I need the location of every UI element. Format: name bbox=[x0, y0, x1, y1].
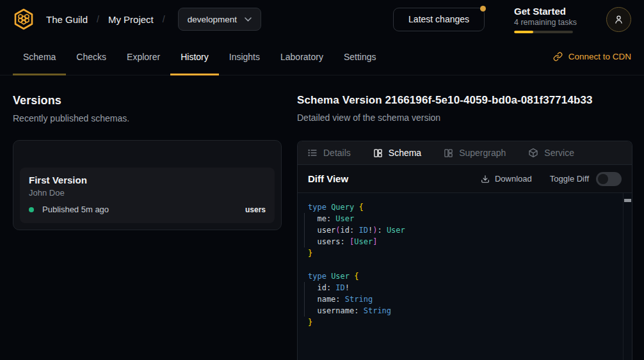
detail-tabbar: Details Schema Sup bbox=[298, 141, 632, 165]
main-content: Versions Recently published schemas. Fir… bbox=[0, 75, 644, 360]
get-started-progress-bar bbox=[514, 31, 573, 33]
toggle-diff-label: Toggle Diff bbox=[550, 174, 589, 184]
versions-panel: Versions Recently published schemas. Fir… bbox=[13, 75, 282, 360]
download-button[interactable]: Download bbox=[481, 174, 532, 184]
hive-logo-icon[interactable] bbox=[12, 7, 36, 31]
get-started-title: Get Started bbox=[514, 6, 577, 17]
link-icon bbox=[553, 52, 563, 61]
version-detail-subtitle: Detailed view of the schema version bbox=[297, 113, 632, 123]
code-line: user(id: ID!): User bbox=[308, 224, 615, 236]
version-detail-title: Schema Version 2166196f-5e10-4059-bd0a-0… bbox=[297, 94, 632, 107]
versions-subtitle: Recently published schemas. bbox=[13, 113, 282, 123]
cube-icon bbox=[528, 148, 538, 158]
nav-tab-checks[interactable]: Checks bbox=[66, 38, 117, 75]
code-line: } bbox=[308, 317, 615, 328]
breadcrumb: The Guild / My Project / development bbox=[12, 7, 261, 31]
version-service-badge: users bbox=[245, 205, 266, 214]
latest-changes-label: Latest changes bbox=[408, 14, 469, 24]
version-detail-panel: Details Schema Sup bbox=[297, 141, 632, 360]
get-started-subtitle: 4 remaining tasks bbox=[514, 18, 577, 27]
code-line: me: User bbox=[308, 213, 615, 224]
nav-tab-insights[interactable]: Insights bbox=[219, 38, 270, 75]
nav-tab-schema[interactable]: Schema bbox=[13, 38, 66, 75]
diff-view-title: Diff View bbox=[308, 173, 348, 184]
code-line: id: ID! bbox=[308, 282, 615, 293]
target-selector-value: development bbox=[188, 15, 237, 24]
code-line: type User { bbox=[308, 270, 615, 282]
get-started-widget[interactable]: Get Started 4 remaining tasks bbox=[514, 6, 577, 33]
versions-title: Versions bbox=[13, 94, 282, 107]
columns-icon bbox=[444, 148, 453, 158]
diff-toolbar: Diff View Download Toggle Diff bbox=[298, 165, 632, 193]
detail-tab-supergraph[interactable]: Supergraph bbox=[444, 148, 506, 158]
nav-tab-laboratory[interactable]: Laboratory bbox=[270, 38, 334, 75]
code-line: name: String bbox=[308, 293, 615, 305]
breadcrumb-separator: / bbox=[163, 14, 165, 24]
detail-tab-service[interactable]: Service bbox=[528, 148, 574, 158]
detail-tab-details[interactable]: Details bbox=[307, 148, 351, 158]
nav-tab-history[interactable]: History bbox=[170, 38, 219, 75]
code-line bbox=[308, 259, 615, 270]
breadcrumb-org[interactable]: The Guild bbox=[46, 14, 88, 25]
version-status: Published 5m ago bbox=[42, 205, 109, 214]
nav-tab-explorer[interactable]: Explorer bbox=[117, 38, 170, 75]
user-icon bbox=[613, 14, 624, 25]
scrollbar-track bbox=[623, 193, 624, 360]
version-list-item[interactable]: First Version John Doe Published 5m ago … bbox=[20, 168, 275, 223]
scrollbar-thumb[interactable] bbox=[624, 199, 631, 202]
columns-icon bbox=[373, 148, 383, 158]
notification-dot-icon bbox=[480, 6, 486, 12]
schema-code-content: type Query { me: User user(id: ID!): Use… bbox=[308, 201, 615, 328]
chevron-down-icon bbox=[245, 17, 252, 22]
target-selector[interactable]: development bbox=[178, 8, 261, 31]
list-icon bbox=[307, 148, 318, 158]
detail-tab-schema[interactable]: Schema bbox=[373, 148, 421, 158]
breadcrumb-project[interactable]: My Project bbox=[108, 14, 154, 25]
switch-knob bbox=[598, 174, 608, 184]
header-actions: Latest changes Get Started 4 remaining t… bbox=[393, 6, 631, 33]
schema-code-viewer[interactable]: type Query { me: User user(id: ID!): Use… bbox=[298, 193, 632, 360]
connect-to-cdn-link[interactable]: Connect to CDN bbox=[553, 38, 631, 75]
versions-list: First Version John Doe Published 5m ago … bbox=[13, 140, 282, 230]
user-avatar[interactable] bbox=[606, 7, 631, 32]
code-line: } bbox=[308, 247, 615, 259]
toggle-diff-switch[interactable] bbox=[596, 172, 622, 186]
project-nav: Schema Checks Explorer History Insights … bbox=[0, 38, 644, 75]
version-author: John Doe bbox=[29, 188, 266, 198]
latest-changes-button[interactable]: Latest changes bbox=[393, 8, 485, 31]
download-icon bbox=[481, 175, 490, 184]
version-detail: Schema Version 2166196f-5e10-4059-bd0a-0… bbox=[297, 75, 632, 360]
code-line: users: [User] bbox=[308, 236, 615, 247]
version-title: First Version bbox=[29, 175, 266, 185]
published-status-icon bbox=[29, 207, 34, 212]
code-line: username: String bbox=[308, 305, 615, 317]
top-header: The Guild / My Project / development Lat… bbox=[0, 0, 644, 38]
get-started-progress-fill bbox=[514, 31, 533, 33]
code-line: type Query { bbox=[308, 201, 615, 213]
breadcrumb-separator: / bbox=[97, 14, 99, 24]
nav-tab-settings[interactable]: Settings bbox=[334, 38, 387, 75]
